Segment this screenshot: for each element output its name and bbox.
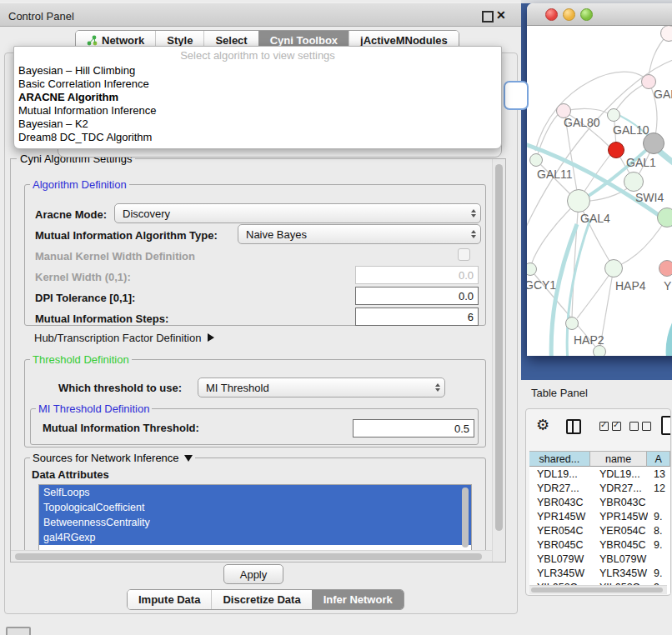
- deselect-all-checkboxes-icon[interactable]: [629, 422, 651, 431]
- table-row[interactable]: YLR345WYLR345W9.: [529, 566, 670, 580]
- network-icon: [87, 35, 98, 46]
- node-gal1[interactable]: [624, 172, 644, 192]
- tab-discretize-data[interactable]: Discretize Data: [211, 590, 311, 609]
- table-row[interactable]: YDL19...YDL19...13: [529, 467, 670, 481]
- panel-title: Control Panel: [8, 10, 74, 22]
- sources-group-title: Sources for Network Inference: [33, 452, 179, 464]
- apply-button[interactable]: Apply: [223, 564, 283, 584]
- table-cell: YBR043C: [590, 495, 648, 509]
- stepper-arrows-icon: [435, 383, 440, 392]
- gear-icon[interactable]: ⚙: [536, 418, 549, 432]
- threshold-definition-group: Threshold Definition Which threshold to …: [24, 359, 486, 448]
- algorithm-option-bayesian-hill-climbing[interactable]: Bayesian – Hill Climbing: [14, 64, 501, 78]
- mi-steps-field[interactable]: [355, 308, 479, 326]
- node-label-gal1: GAL1: [626, 156, 656, 169]
- manual-kernel-checkbox[interactable]: [458, 248, 470, 261]
- table-cell: YBR045C: [529, 538, 590, 552]
- table-cell: YER054C: [590, 523, 648, 538]
- table-hscrollbar-track[interactable]: [529, 585, 667, 594]
- list-scrollbar[interactable]: [462, 488, 469, 548]
- column-header-shared[interactable]: shared...: [529, 452, 590, 467]
- algorithm-definition-group: Algorithm Definition Aracne Mode: Discov…: [24, 184, 486, 326]
- node-hap2[interactable]: [565, 317, 579, 330]
- attribute-item-gal4rgexp[interactable]: gal4RGexp: [39, 530, 471, 545]
- mi-type-label: Mutual Information Algorithm Type:: [35, 229, 218, 242]
- node-gal11[interactable]: [529, 153, 543, 167]
- partial-button[interactable]: [6, 627, 31, 635]
- tab-impute-data[interactable]: Impute Data: [128, 590, 211, 609]
- node-red-node[interactable]: [608, 142, 624, 158]
- attribute-item-selfloops[interactable]: SelfLoops: [39, 485, 471, 500]
- network-window-titlebar[interactable]: [527, 3, 672, 26]
- column-header-a[interactable]: A: [647, 452, 670, 467]
- network-canvas[interactable]: GALGAL80GAL10GAL1GAL11GAL4SWI4GCY1HAP4YH…: [527, 26, 672, 356]
- attribute-item-betweennesscentrality[interactable]: BetweennessCentrality: [39, 515, 471, 530]
- table-row[interactable]: YPR145WYPR145W9.: [529, 509, 670, 523]
- dpi-tolerance-label: DPI Tolerance [0,1]:: [35, 292, 135, 304]
- minimize-button[interactable]: [563, 8, 575, 21]
- settings-hscrollbar-thumb[interactable]: [15, 553, 482, 560]
- tab-label: Infer Network: [323, 593, 393, 606]
- collapsed-arrow-icon: [208, 333, 214, 342]
- settings-vscrollbar-thumb[interactable]: [495, 164, 503, 531]
- document-icon[interactable]: [661, 416, 671, 435]
- node-gal10[interactable]: [607, 108, 620, 122]
- settings-hscrollbar-track[interactable]: [11, 550, 492, 562]
- zoom-button[interactable]: [580, 8, 593, 21]
- algorithm-option-bayesian-k2[interactable]: Bayesian – K2: [14, 118, 501, 131]
- select-all-checkboxes-icon[interactable]: [599, 422, 621, 431]
- table-row[interactable]: YBR043CYBR043C: [529, 495, 670, 509]
- algorithm-option-mutual-information-inference[interactable]: Mutual Information Inference: [14, 104, 501, 118]
- node-gray-node[interactable]: [643, 132, 664, 154]
- dpi-tolerance-field[interactable]: [355, 287, 479, 305]
- table-hscrollbar-thumb[interactable]: [531, 588, 663, 592]
- node-salmon-node[interactable]: [659, 260, 672, 277]
- node-swi4[interactable]: [657, 208, 672, 228]
- table-cell: YBL079W: [590, 552, 648, 566]
- table-row[interactable]: YDR27...YDR27...12: [529, 481, 670, 495]
- aracne-mode-label: Aracne Mode:: [35, 208, 107, 221]
- table-cell: YPR145W: [529, 509, 590, 523]
- settings-vscrollbar-track[interactable]: [492, 159, 506, 562]
- hub-section-toggle[interactable]: Hub/Transcription Factor Definition: [34, 332, 214, 344]
- which-threshold-combobox[interactable]: MI Threshold: [198, 378, 445, 398]
- float-icon[interactable]: [482, 11, 494, 22]
- table-header-row: shared...nameA: [529, 451, 670, 467]
- algorithm-option-aracne-algorithm[interactable]: ARACNE Algorithm: [14, 91, 501, 104]
- table-cell: 12: [648, 481, 670, 495]
- close-button[interactable]: [545, 8, 558, 21]
- data-attributes-list[interactable]: SelfLoopsTopologicalCoefficientBetweenne…: [38, 484, 472, 552]
- hub-section-label: Hub/Transcription Factor Definition: [34, 332, 201, 344]
- desktop-area: GALGAL80GAL10GAL1GAL11GAL4SWI4GCY1HAP4YH…: [521, 0, 672, 380]
- mi-threshold-field[interactable]: [353, 419, 474, 438]
- node-bottom-partial[interactable]: [593, 345, 606, 356]
- focused-combobox-partial[interactable]: [504, 81, 529, 110]
- sources-group-toggle[interactable]: Sources for Network Inference: [30, 452, 195, 464]
- node-label-gal-partial: GAL: [654, 88, 672, 101]
- column-header-name[interactable]: name: [590, 452, 648, 467]
- aracne-mode-combobox[interactable]: Discovery: [114, 203, 481, 223]
- expanded-arrow-icon: [184, 455, 193, 462]
- table-panel-section: Table Panel ⚙ shared...nameA YDL19...YDL…: [521, 380, 672, 635]
- table-cell: YLR345W: [529, 566, 590, 580]
- table-row[interactable]: YBR045CYBR045C9.: [529, 538, 670, 552]
- node-top-partial[interactable]: [660, 26, 672, 42]
- algorithm-option-dream8-dc-tdc-algorithm[interactable]: Dream8 DC_TDC Algorithm: [14, 131, 501, 144]
- which-threshold-value: MI Threshold: [206, 382, 269, 394]
- mi-threshold-group: MI Threshold Definition Mutual Informati…: [30, 408, 479, 445]
- mi-type-combobox[interactable]: Naive Bayes: [238, 224, 481, 244]
- node-gal4[interactable]: [567, 189, 590, 212]
- node-label-gal80: GAL80: [564, 116, 600, 129]
- table-panel-title: Table Panel: [531, 387, 588, 399]
- close-icon[interactable]: ✕: [496, 8, 506, 22]
- attribute-item-topologicalcoefficient[interactable]: TopologicalCoefficient: [39, 500, 471, 515]
- tab-infer-network[interactable]: Infer Network: [312, 590, 404, 609]
- node-hap4[interactable]: [604, 259, 623, 278]
- table-row[interactable]: YBL079WYBL079W: [529, 552, 670, 566]
- node-label-gal4: GAL4: [580, 212, 610, 225]
- columns-icon[interactable]: [566, 419, 581, 434]
- table-cell: YDR27...: [529, 481, 590, 495]
- algorithm-option-basic-correlation-inference[interactable]: Basic Correlation Inference: [14, 78, 501, 91]
- table-row[interactable]: YER054CYER054C8.: [529, 523, 670, 538]
- kernel-width-field[interactable]: [355, 266, 479, 284]
